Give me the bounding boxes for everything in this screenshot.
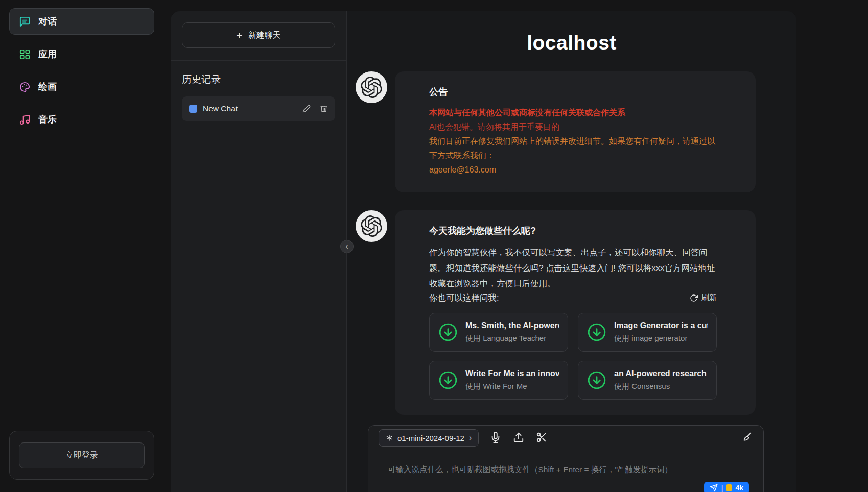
music-note-icon — [19, 114, 31, 126]
openai-logo-icon — [361, 77, 382, 98]
suggestion-card[interactable]: Image Generator is a cutting-e... 使用 ima… — [578, 313, 717, 352]
sidebar-item-apps[interactable]: 应用 — [9, 41, 154, 67]
login-panel: 立即登录 — [9, 431, 154, 480]
model-selector[interactable]: o1-mini-2024-09-12 › — [379, 429, 479, 447]
chat-color-icon — [189, 105, 197, 113]
suggestion-title: Image Generator is a cutting-e... — [614, 321, 708, 330]
arrow-down-circle-icon — [438, 371, 458, 390]
new-chat-button[interactable]: + 新建聊天 — [182, 22, 335, 48]
suggestion-card[interactable]: an AI-powered research assista... 使用 Con… — [578, 361, 717, 400]
app-window: 对话 应用 绘画 音乐 立即登录 + — [0, 0, 868, 492]
history-title: 历史记录 — [182, 73, 335, 86]
suggestion-card[interactable]: Ms. Smith, the AI-powered Lan... 使用 Lang… — [429, 313, 568, 352]
sidebar-item-label: 音乐 — [38, 113, 57, 126]
suggestion-card[interactable]: Write For Me is an innovative A... 使用 Wr… — [429, 361, 568, 400]
composer-input-area: | 4k — [368, 451, 763, 492]
contact-email-link[interactable]: ageerle@163.com — [429, 163, 496, 177]
suggestion-subtitle: 使用 image generator — [614, 334, 708, 343]
new-chat-label: 新建聊天 — [248, 30, 281, 41]
page-title: localhost — [347, 32, 796, 54]
suggestion-title: Ms. Smith, the AI-powered Lan... — [465, 321, 559, 330]
arrow-down-circle-icon — [438, 323, 458, 342]
sidebar: 对话 应用 绘画 音乐 立即登录 — [0, 0, 163, 492]
main-chat-area: localhost 公告 本网站与任何其他公司或商标没有任何关联或合作关系 AI… — [347, 11, 796, 492]
collapse-sidebar-button[interactable]: ‹ — [340, 240, 354, 253]
announcement-title: 公告 — [429, 86, 717, 98]
suggestion-grid: Ms. Smith, the AI-powered Lan... 使用 Lang… — [429, 313, 717, 400]
suggestion-subtitle: 使用 Write For Me — [465, 382, 559, 391]
token-count-badge: 4k — [735, 484, 743, 492]
sidebar-item-label: 绘画 — [38, 81, 57, 93]
announcement-line: 本网站与任何其他公司或商标没有任何关联或合作关系 — [429, 106, 717, 120]
apps-grid-icon — [19, 48, 31, 60]
clear-context-button[interactable] — [740, 432, 753, 445]
welcome-body: 作为你的智慧伙伴，我不仅可以写文案、出点子，还可以和你聊天、回答问题。想知道我还… — [429, 244, 717, 291]
announcement-line: 我们目前正在修复我们网站上的错误并改进细节。如果您有任何疑问，请通过以下方式联系… — [429, 134, 717, 163]
mic-button[interactable] — [489, 432, 502, 445]
assistant-message: 公告 本网站与任何其他公司或商标没有任何关联或合作关系 AI也会犯错。请勿将其用… — [356, 71, 756, 192]
upload-button[interactable] — [512, 432, 525, 445]
broom-icon — [741, 432, 753, 443]
welcome-title: 今天我能为您做些什么呢? — [429, 225, 717, 237]
chat-history-item[interactable]: New Chat — [182, 96, 335, 121]
chat-bubble-icon — [19, 16, 31, 28]
sidebar-item-label: 对话 — [38, 15, 57, 28]
delete-icon[interactable] — [320, 105, 328, 113]
send-separator: | — [721, 484, 723, 492]
palette-icon — [19, 81, 31, 93]
model-name: o1-mini-2024-09-12 — [397, 434, 464, 442]
refresh-label: 刷新 — [701, 293, 717, 303]
chevron-right-icon: › — [469, 434, 472, 442]
sidebar-item-chat[interactable]: 对话 — [9, 8, 154, 35]
chat-item-title: New Chat — [203, 104, 293, 113]
message-list: 公告 本网站与任何其他公司或商标没有任何关联或合作关系 AI也会犯错。请勿将其用… — [347, 71, 796, 415]
chat-history-panel: + 新建聊天 历史记录 New Chat — [171, 11, 347, 492]
refresh-icon — [690, 294, 698, 302]
composer: o1-mini-2024-09-12 › — [368, 425, 764, 492]
screenshot-button[interactable] — [535, 432, 548, 445]
arrow-down-circle-icon — [587, 371, 606, 390]
sidebar-item-music[interactable]: 音乐 — [9, 106, 154, 133]
arrow-down-circle-icon — [587, 323, 606, 342]
login-button[interactable]: 立即登录 — [19, 442, 145, 468]
assistant-message: 今天我能为您做些什么呢? 作为你的智慧伙伴，我不仅可以写文案、出点子，还可以和你… — [356, 210, 756, 415]
content-panel: + 新建聊天 历史记录 New Chat ‹ localhost — [171, 11, 796, 492]
suggestion-subtitle: 使用 Consensus — [614, 382, 708, 391]
mic-icon — [490, 432, 501, 443]
welcome-card: 今天我能为您做些什么呢? 作为你的智慧伙伴，我不仅可以写文案、出点子，还可以和你… — [395, 210, 756, 415]
upload-icon — [513, 432, 524, 443]
divider — [171, 60, 346, 61]
ask-hint: 你也可以这样问我: — [429, 292, 499, 304]
sidebar-item-label: 应用 — [38, 48, 57, 60]
suggestion-subtitle: 使用 Language Teacher — [465, 334, 559, 343]
send-plane-icon — [710, 484, 718, 492]
sidebar-item-paint[interactable]: 绘画 — [9, 73, 154, 100]
composer-toolbar: o1-mini-2024-09-12 › — [368, 426, 763, 451]
announcement-card: 公告 本网站与任何其他公司或商标没有任何关联或合作关系 AI也会犯错。请勿将其用… — [395, 71, 756, 192]
token-meter-icon — [726, 484, 732, 491]
announcement-line: AI也会犯错。请勿将其用于重要目的 — [429, 120, 717, 134]
suggestion-title: an AI-powered research assista... — [614, 369, 708, 378]
suggestion-title: Write For Me is an innovative A... — [465, 369, 559, 378]
assistant-avatar — [356, 210, 387, 242]
send-button[interactable]: | 4k — [704, 482, 749, 492]
plus-icon: + — [236, 30, 242, 41]
edit-icon[interactable] — [302, 105, 311, 113]
refresh-button[interactable]: 刷新 — [690, 293, 717, 303]
openai-logo-icon — [361, 215, 382, 237]
model-sparkle-icon — [386, 434, 393, 441]
ask-hint-row: 你也可以这样问我: 刷新 — [429, 292, 717, 304]
assistant-avatar — [356, 71, 387, 103]
scissors-icon — [536, 432, 547, 443]
